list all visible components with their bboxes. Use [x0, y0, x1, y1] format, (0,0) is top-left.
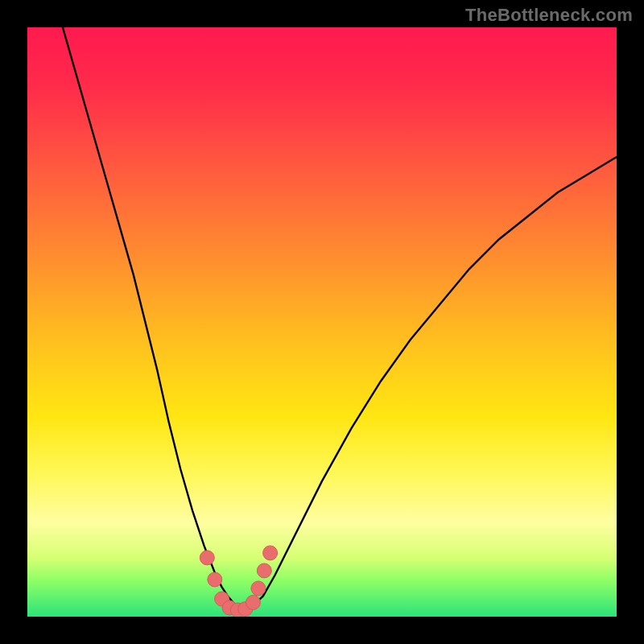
curve-marker — [251, 581, 266, 596]
curve-layer — [27, 27, 617, 617]
curve-marker — [200, 551, 214, 565]
bottleneck-curve — [63, 27, 617, 609]
curve-marker — [208, 572, 222, 587]
chart-frame: TheBottleneck.com — [0, 0, 644, 644]
curve-marker — [257, 564, 271, 578]
plot-area — [27, 27, 617, 617]
watermark-text: TheBottleneck.com — [465, 5, 633, 26]
curve-marker — [263, 546, 278, 560]
curve-marker — [246, 595, 260, 609]
